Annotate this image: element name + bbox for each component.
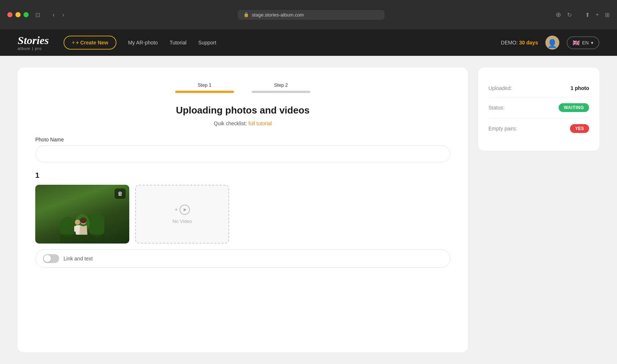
navbar: Stories album | pro + + Create New My AR… — [0, 29, 617, 56]
toggle-switch[interactable] — [43, 254, 59, 263]
nav-links: My AR-photo Tutorial Support — [128, 40, 489, 46]
checklist-link[interactable]: full tutorial — [248, 120, 272, 126]
create-new-button[interactable]: + + Create New — [64, 36, 116, 50]
checklist-text: Quik checklist: full tutorial — [35, 120, 450, 126]
nav-link-ar-photo[interactable]: My AR-photo — [128, 40, 158, 46]
page-wrapper: Stories album | pro + + Create New My AR… — [0, 29, 617, 364]
nav-right: DEMO: 30 days 👤 🇬🇧 EN ▾ — [501, 36, 599, 50]
flag-icon: 🇬🇧 — [573, 39, 580, 46]
browser-actions: ⊕ ↻ ⬆ + ⊞ — [556, 11, 610, 19]
grid-icon[interactable]: ⊞ — [605, 11, 610, 18]
svg-point-4 — [75, 220, 80, 225]
maximize-button[interactable] — [24, 12, 29, 17]
language-selector[interactable]: 🇬🇧 EN ▾ — [567, 36, 599, 49]
toggle-label: Link and text — [64, 256, 93, 262]
photo-slot: 🗑 — [35, 185, 129, 244]
translate-icon[interactable]: ⊕ — [556, 11, 561, 19]
svg-rect-3 — [60, 234, 104, 244]
couple-silhouette — [60, 207, 104, 244]
plus-icon: + — [72, 39, 75, 46]
demo-days-value: 30 days — [519, 40, 538, 46]
step-2: Step 2 — [252, 82, 310, 93]
photo-name-label: Photo Name — [35, 137, 450, 143]
nav-link-tutorial[interactable]: Tutorial — [170, 40, 187, 46]
svg-point-0 — [60, 217, 76, 237]
svg-point-1 — [88, 213, 104, 237]
right-panel: Uploaded: 1 photo Status: WAITING Empty … — [478, 68, 599, 151]
section-title: Uploading photos and videos — [35, 105, 450, 116]
logo-text: Stories — [18, 35, 49, 46]
step-2-label: Step 2 — [274, 82, 288, 88]
address-bar[interactable]: 🔒 stage.stories-album.com — [238, 10, 385, 20]
close-button[interactable] — [7, 12, 12, 17]
minimize-button[interactable] — [15, 12, 21, 17]
left-panel: Step 1 Step 2 Uploading photos and video… — [18, 68, 468, 352]
empty-pairs-row: Empty pairs: YES — [488, 118, 589, 139]
photo-name-field: Photo Name — [35, 137, 450, 171]
url-text: stage.stories-album.com — [252, 12, 304, 18]
toggle-row: Link and text — [35, 249, 450, 268]
no-video-label: No Video — [172, 219, 192, 224]
play-icon: ▶ — [180, 205, 190, 215]
delete-photo-button[interactable]: 🗑 — [115, 188, 126, 199]
empty-pairs-badge: YES — [570, 124, 589, 133]
avatar-icon: 👤 — [547, 39, 557, 48]
status-badge: WAITING — [559, 103, 589, 112]
toggle-knob — [44, 255, 51, 262]
demo-badge: DEMO: 30 days — [501, 40, 538, 46]
step-1-label: Step 1 — [198, 82, 212, 88]
uploaded-value: 1 photo — [570, 85, 589, 91]
address-bar-wrapper: 🔒 stage.stories-album.com — [71, 10, 551, 20]
browser-chrome: ⊡ ‹ › 🔒 stage.stories-album.com ⊕ ↻ ⬆ + … — [0, 0, 617, 29]
photo-name-input[interactable] — [35, 145, 450, 162]
steps-container: Step 1 Step 2 — [35, 82, 450, 93]
step-1-bar — [175, 91, 234, 93]
svg-rect-6 — [74, 226, 77, 232]
nav-link-support[interactable]: Support — [198, 40, 216, 46]
add-video-icon: + ▶ — [174, 205, 190, 215]
back-button[interactable]: ‹ — [50, 10, 57, 20]
pair-number: 1 — [35, 171, 450, 180]
svg-point-8 — [80, 217, 87, 223]
plus-video-icon: + — [174, 206, 178, 213]
empty-pairs-label: Empty pairs: — [488, 126, 517, 131]
browser-controls: ‹ › — [50, 10, 66, 20]
refresh-icon[interactable]: ↻ — [567, 11, 572, 18]
status-row: Status: WAITING — [488, 97, 589, 118]
chevron-down-icon: ▾ — [591, 40, 593, 46]
pair-container: 1 — [35, 171, 450, 268]
lang-code: EN — [582, 40, 589, 46]
avatar[interactable]: 👤 — [545, 36, 559, 50]
uploaded-row: Uploaded: 1 photo — [488, 79, 589, 97]
step-1: Step 1 — [175, 82, 234, 93]
lock-icon: 🔒 — [243, 12, 249, 17]
main-content: Step 1 Step 2 Uploading photos and video… — [0, 56, 617, 364]
trash-icon: 🗑 — [118, 191, 123, 197]
logo: Stories album | pro — [18, 35, 52, 51]
pair-row: 🗑 + ▶ No Video — [35, 185, 450, 244]
step-2-bar — [252, 91, 310, 93]
checklist-prefix: Quik checklist: — [214, 120, 247, 126]
uploaded-label: Uploaded: — [488, 85, 512, 91]
status-label: Status: — [488, 105, 505, 111]
sidebar-toggle-button[interactable]: ⊡ — [33, 10, 42, 20]
logo-sub: album | pro — [18, 47, 52, 51]
new-tab-icon[interactable]: + — [596, 11, 599, 18]
share-icon[interactable]: ⬆ — [585, 11, 590, 18]
forward-button[interactable]: › — [60, 10, 66, 20]
create-new-label: + Create New — [76, 40, 108, 46]
video-slot[interactable]: + ▶ No Video — [135, 185, 229, 244]
traffic-lights — [7, 12, 29, 17]
